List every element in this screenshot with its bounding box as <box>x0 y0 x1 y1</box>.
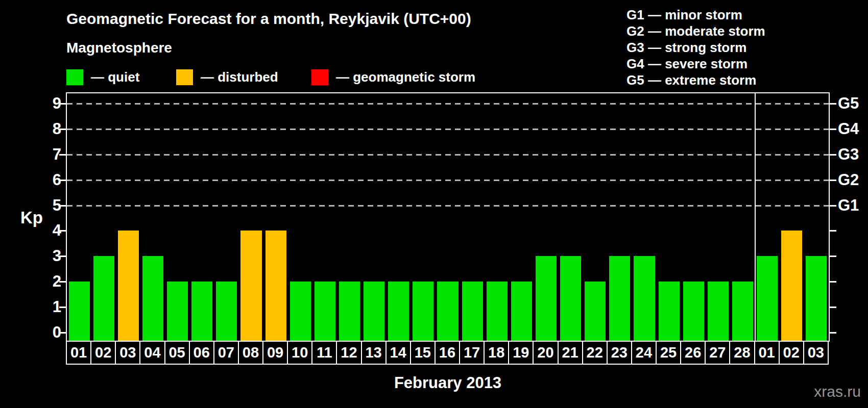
kp-bar-day-02 <box>781 231 802 341</box>
y-tick-label-3: 3 <box>10 246 61 266</box>
right-axis-tick <box>830 129 836 130</box>
kp-bar-day-01 <box>69 282 90 341</box>
day-cell-feb-04: 04 <box>139 341 165 365</box>
kp-bar-day-07 <box>216 282 237 341</box>
g-scale-legend-line: G2 — moderate storm <box>626 23 765 39</box>
kp-gridline-5 <box>67 205 829 207</box>
kp-bar-day-03 <box>118 231 139 341</box>
day-cell-feb-16: 16 <box>435 341 460 365</box>
g-scale-legend-line: G4 — severe storm <box>626 56 765 72</box>
day-cell-feb-25: 25 <box>656 341 681 365</box>
kp-bar-day-22 <box>585 282 606 341</box>
legend-label-quiet: — quiet <box>91 69 139 85</box>
kp-bar-day-23 <box>609 256 630 341</box>
kp-gridline-8 <box>67 129 829 130</box>
day-cell-feb-19: 19 <box>508 341 534 365</box>
kp-bar-day-01 <box>757 256 778 341</box>
right-axis-tick <box>830 332 836 334</box>
g-axis-label-G2: G2 <box>838 170 859 190</box>
day-cell-feb-14: 14 <box>385 341 411 365</box>
right-axis-tick <box>830 154 836 156</box>
kp-bar-day-09 <box>266 231 286 341</box>
right-axis-tick <box>830 307 836 308</box>
kp-bar-day-16 <box>437 282 458 341</box>
storm-color-swatch <box>311 69 328 85</box>
geomagnetic-forecast-chart: Geomagnetic Forecast for a month, Reykja… <box>0 0 868 408</box>
y-tick-label-9: 9 <box>10 94 61 113</box>
kp-bar-day-25 <box>659 282 680 341</box>
kp-bar-day-04 <box>142 256 163 341</box>
y-tick-label-0: 0 <box>10 323 61 342</box>
quiet-color-swatch <box>66 69 83 85</box>
kp-gridline-7 <box>67 154 829 156</box>
y-tick-label-2: 2 <box>10 272 61 291</box>
g-scale-legend: G1 — minor storm G2 — moderate storm G3 … <box>626 7 765 88</box>
day-cell-feb-23: 23 <box>607 341 632 365</box>
g-axis-label-G1: G1 <box>838 196 859 215</box>
legend-item-disturbed: — disturbed <box>176 69 278 85</box>
day-cell-feb-10: 10 <box>287 341 312 365</box>
day-cell-feb-15: 15 <box>410 341 436 365</box>
kp-bar-day-14 <box>388 282 409 341</box>
kp-bar-day-05 <box>167 282 188 341</box>
day-cell-feb-11: 11 <box>311 341 337 365</box>
day-cell-feb-07: 07 <box>213 341 239 365</box>
day-cell-feb-05: 05 <box>164 341 190 365</box>
right-axis-tick <box>830 205 836 207</box>
day-cell-mar-01: 01 <box>754 341 780 365</box>
legend-label-storm: — geomagnetic storm <box>336 69 475 85</box>
kp-gridline-6 <box>67 180 829 181</box>
y-tick-label-4: 4 <box>10 221 61 240</box>
day-cell-mar-03: 03 <box>803 341 829 365</box>
g-scale-legend-line: G5 — extreme storm <box>626 72 765 88</box>
kp-bar-day-19 <box>511 282 532 341</box>
right-axis-tick <box>830 256 836 257</box>
kp-gridline-9 <box>67 103 829 105</box>
day-cell-feb-28: 28 <box>729 341 755 365</box>
kp-bar-day-02 <box>93 256 114 341</box>
kp-bar-day-20 <box>536 256 557 341</box>
y-tick-label-7: 7 <box>10 145 61 164</box>
g-scale-legend-line: G3 — strong storm <box>626 39 765 56</box>
day-cell-feb-20: 20 <box>533 341 558 365</box>
right-axis-tick <box>830 281 836 283</box>
kp-bar-day-26 <box>683 282 704 341</box>
kp-bar-day-11 <box>315 282 335 341</box>
day-cell-feb-22: 22 <box>582 341 608 365</box>
g-axis-label-G4: G4 <box>838 119 859 139</box>
watermark: xras.ru <box>814 383 861 400</box>
right-axis-tick <box>830 180 836 181</box>
day-cell-feb-08: 08 <box>238 341 263 365</box>
g-scale-legend-line: G1 — minor storm <box>626 7 765 23</box>
day-cell-feb-09: 09 <box>262 341 288 365</box>
g-axis-label-G5: G5 <box>838 94 859 113</box>
day-cell-feb-18: 18 <box>484 341 509 365</box>
day-cell-feb-24: 24 <box>631 341 657 365</box>
kp-bar-day-24 <box>634 256 655 341</box>
day-cell-feb-01: 01 <box>66 341 91 365</box>
kp-bar-day-10 <box>290 282 311 341</box>
day-cell-feb-27: 27 <box>705 341 730 365</box>
legend-label-disturbed: — disturbed <box>201 69 278 85</box>
magnetosphere-legend-title: Magnetosphere <box>66 40 172 56</box>
day-cell-feb-26: 26 <box>680 341 706 365</box>
kp-bar-day-13 <box>364 282 384 341</box>
chart-title: Geomagnetic Forecast for a month, Reykja… <box>66 10 471 28</box>
x-axis-title: February 2013 <box>67 374 829 392</box>
kp-bar-day-12 <box>339 282 360 341</box>
day-cell-feb-17: 17 <box>459 341 485 365</box>
day-cell-feb-13: 13 <box>361 341 387 365</box>
kp-bar-day-06 <box>191 282 212 341</box>
kp-bar-day-21 <box>560 256 581 341</box>
day-cell-mar-02: 02 <box>779 341 804 365</box>
plot-area <box>66 92 830 342</box>
kp-bar-day-17 <box>462 282 483 341</box>
y-tick-label-8: 8 <box>10 119 61 139</box>
y-tick-label-6: 6 <box>10 170 61 190</box>
y-tick-label-1: 1 <box>10 297 61 317</box>
day-cell-feb-12: 12 <box>336 341 361 365</box>
day-cell-feb-06: 06 <box>189 341 214 365</box>
y-tick-label-5: 5 <box>10 196 61 215</box>
kp-bar-day-03 <box>806 256 827 341</box>
x-axis-day-row: 0102030405060708091011121314151617181920… <box>66 341 829 365</box>
